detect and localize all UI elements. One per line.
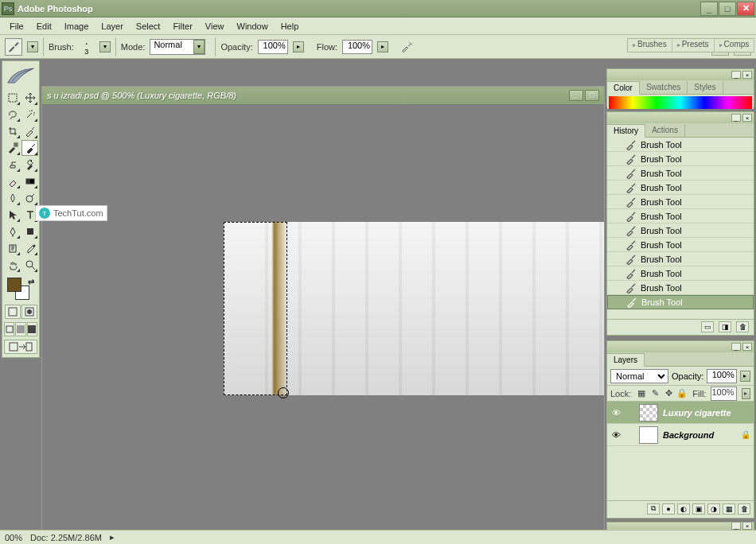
airbrush-toggle[interactable] — [398, 38, 415, 56]
slice-tool[interactable] — [21, 123, 38, 139]
tab-color[interactable]: Color — [607, 81, 640, 95]
dock-tab-comps[interactable]: Comps — [715, 39, 755, 52]
tab-swatches[interactable]: Swatches — [640, 81, 688, 95]
opacity-dropdown[interactable]: ▸ — [293, 41, 304, 52]
history-item[interactable]: Brush Tool — [607, 209, 754, 223]
panel-close-button[interactable]: × — [742, 343, 752, 351]
history-item[interactable]: Brush Tool — [607, 152, 754, 166]
screen-full-menus-button[interactable] — [15, 322, 25, 336]
blend-mode-select[interactable]: Normal ▾ — [150, 39, 205, 55]
history-item[interactable]: Brush Tool — [607, 223, 754, 238]
new-set-button[interactable]: ▣ — [692, 503, 705, 515]
history-item[interactable]: Brush Tool — [607, 138, 754, 152]
healing-tool[interactable] — [4, 140, 21, 156]
layer-row[interactable]: 👁Luxury cigarette — [607, 402, 754, 424]
layer-thumbnail[interactable] — [639, 404, 658, 422]
path-select-tool[interactable] — [4, 207, 21, 223]
marquee-tool[interactable] — [4, 90, 21, 106]
eyedropper-tool[interactable] — [21, 240, 38, 256]
gradient-tool[interactable] — [21, 173, 38, 189]
lasso-tool[interactable] — [4, 107, 21, 122]
screen-standard-button[interactable] — [4, 322, 14, 336]
lock-position-icon[interactable]: ✥ — [663, 388, 674, 399]
brush-dropdown[interactable]: ▾ — [99, 41, 111, 52]
panel-minimize-button[interactable]: _ — [731, 114, 741, 122]
menu-select[interactable]: Select — [130, 19, 167, 33]
delete-layer-button[interactable]: 🗑 — [738, 503, 750, 515]
color-ramp[interactable] — [609, 96, 752, 109]
quickmask-off-button[interactable] — [5, 305, 21, 319]
visibility-icon[interactable]: 👁 — [610, 407, 622, 418]
layer-style-button[interactable]: ● — [662, 503, 675, 515]
tab-history[interactable]: History — [607, 124, 645, 138]
menu-help[interactable]: Help — [275, 19, 306, 33]
menu-view[interactable]: View — [199, 19, 231, 33]
flow-input[interactable]: 100% — [342, 40, 372, 54]
panel-minimize-button[interactable]: _ — [731, 343, 741, 351]
panel-minimize-button[interactable]: _ — [731, 522, 741, 530]
quickmask-on-button[interactable] — [21, 305, 37, 319]
layer-opacity-input[interactable]: 100% — [707, 369, 736, 383]
eraser-tool[interactable] — [4, 173, 21, 189]
history-item[interactable]: Brush Tool — [607, 281, 754, 295]
dock-tab-brushes[interactable]: Brushes — [628, 39, 672, 52]
delete-state-button[interactable]: 🗑 — [736, 321, 749, 332]
menu-filter[interactable]: Filter — [166, 19, 198, 33]
history-item[interactable]: Brush Tool — [607, 181, 754, 195]
panel-close-button[interactable]: × — [742, 114, 752, 122]
lock-all-icon[interactable]: 🔒 — [676, 388, 688, 399]
history-item[interactable]: Brush Tool — [607, 252, 754, 266]
history-item[interactable]: Brush Tool — [607, 238, 754, 252]
link-layers-icon[interactable]: ⧉ — [647, 503, 660, 515]
tab-actions[interactable]: Actions — [645, 124, 685, 138]
fill-dropdown[interactable]: ▸ — [742, 388, 750, 399]
swap-colors-icon[interactable]: ⇄ — [28, 278, 34, 286]
opacity-input[interactable]: 100% — [258, 40, 288, 54]
layer-thumbnail[interactable] — [639, 426, 658, 444]
history-list[interactable]: Brush ToolBrush ToolBrush ToolBrush Tool… — [607, 138, 754, 319]
layer-name[interactable]: Background — [663, 430, 736, 440]
magic-wand-tool[interactable] — [21, 107, 38, 122]
tab-styles[interactable]: Styles — [688, 81, 723, 95]
panel-close-button[interactable]: × — [742, 71, 752, 79]
move-tool[interactable] — [21, 90, 38, 106]
new-layer-button[interactable]: ▦ — [723, 503, 735, 515]
maximize-button[interactable]: □ — [719, 2, 736, 16]
layer-row[interactable]: 👁Background🔒 — [607, 424, 754, 446]
menu-image[interactable]: Image — [58, 19, 95, 33]
notes-tool[interactable] — [4, 240, 21, 256]
brush-picker[interactable]: · 3 — [79, 37, 95, 56]
visibility-icon[interactable]: 👁 — [610, 429, 622, 441]
pen-tool[interactable] — [4, 223, 21, 239]
dodge-tool[interactable] — [21, 190, 38, 206]
history-item[interactable]: Brush Tool — [607, 166, 754, 181]
document-titlebar[interactable]: s u izradi.psd @ 500% (Luxury cigarette,… — [42, 87, 604, 104]
hand-tool[interactable] — [4, 257, 21, 273]
panel-close-button[interactable]: × — [742, 522, 752, 530]
shape-tool[interactable] — [21, 223, 38, 239]
doc-maximize-button[interactable]: □ — [585, 90, 599, 101]
canvas-area[interactable] — [42, 104, 604, 527]
zoom-level[interactable]: 00% — [5, 533, 22, 542]
close-button[interactable]: ✕ — [737, 2, 754, 16]
crop-tool[interactable] — [4, 123, 21, 139]
blend-mode-select[interactable]: Normal — [610, 369, 668, 383]
menu-file[interactable]: File — [3, 19, 30, 33]
zoom-tool[interactable] — [21, 257, 38, 273]
history-item[interactable]: Brush Tool — [607, 266, 754, 281]
doc-minimize-button[interactable]: _ — [569, 90, 583, 101]
lock-paint-icon[interactable]: ✎ — [649, 388, 661, 399]
dock-tab-presets[interactable]: Presets — [672, 39, 715, 52]
minimize-button[interactable]: _ — [700, 2, 718, 16]
status-menu-icon[interactable]: ▸ — [110, 532, 115, 542]
layer-list[interactable]: 👁Luxury cigarette👁Background🔒 — [607, 402, 754, 446]
history-item[interactable]: Brush Tool — [607, 195, 754, 209]
layer-name[interactable]: Luxury cigarette — [663, 408, 750, 418]
tool-preset-picker[interactable] — [5, 38, 22, 56]
jump-to-imageready-button[interactable] — [4, 340, 37, 354]
foreground-color-swatch[interactable] — [7, 278, 21, 292]
clone-stamp-tool[interactable] — [4, 157, 21, 173]
brush-tool[interactable] — [21, 140, 38, 156]
blur-tool[interactable] — [4, 190, 21, 206]
menu-layer[interactable]: Layer — [95, 19, 130, 33]
